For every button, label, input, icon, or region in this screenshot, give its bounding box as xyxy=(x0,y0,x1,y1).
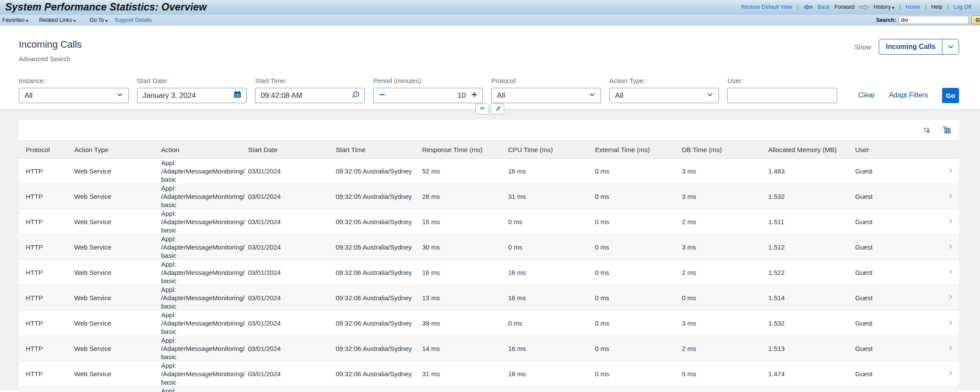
column-header-cpu_time[interactable]: CPU Time (ms) xyxy=(508,141,595,159)
row-chevron-icon[interactable] xyxy=(945,311,959,336)
cell-db_time: 2 ms xyxy=(682,209,768,235)
menu-related-links-label: Related Links xyxy=(39,17,72,23)
column-header-response_time[interactable]: Response Time (ms) xyxy=(422,141,508,159)
row-chevron-icon[interactable] xyxy=(945,184,959,209)
start-date-input[interactable]: January 3, 2024 xyxy=(137,88,247,103)
instance-select[interactable]: All xyxy=(19,88,129,103)
start-time-input[interactable]: 09:42:08 AM xyxy=(255,88,365,103)
period-value[interactable]: 10 xyxy=(457,91,466,100)
cell-start_time: 09:32:06 Australia/Sydney xyxy=(336,285,422,311)
home-link[interactable]: Home xyxy=(906,4,920,10)
pin-filter-bar-button[interactable] xyxy=(491,104,504,114)
action-type-value: All xyxy=(615,91,623,100)
cell-start_date: 03/01/2024 xyxy=(248,235,336,260)
column-header-db_time[interactable]: DB Time (ms) xyxy=(682,141,768,159)
clear-button[interactable]: Clear xyxy=(858,91,875,99)
cell-allocated_memory: 1.514 xyxy=(768,285,855,311)
table-toolbar xyxy=(19,120,959,140)
column-header-action_type[interactable]: Action Type xyxy=(74,141,161,159)
table-row[interactable]: HTTPWeb ServiceAppl: /AdapterMessageMoni… xyxy=(19,387,959,392)
show-select-value[interactable]: Incoming Calls xyxy=(879,39,942,54)
log-off-link[interactable]: Log Off xyxy=(953,4,971,10)
page-title: Incoming Calls xyxy=(19,39,82,50)
clock-icon[interactable] xyxy=(351,90,360,101)
column-header-protocol[interactable]: Protocol xyxy=(26,141,74,159)
back-arrow-icon[interactable] xyxy=(803,4,813,10)
row-chevron-icon[interactable] xyxy=(945,285,959,311)
advanced-search-link[interactable]: Advanced Search xyxy=(19,55,82,62)
table-row[interactable]: HTTPWeb ServiceAppl: /AdapterMessageMoni… xyxy=(19,285,959,311)
protocol-select[interactable]: All xyxy=(491,88,601,103)
forward-arrow-icon[interactable] xyxy=(860,4,869,10)
collapse-filter-bar-button[interactable] xyxy=(475,104,489,114)
restore-default-view-link[interactable]: Restore Default View xyxy=(741,4,792,10)
export-table-icon[interactable] xyxy=(942,125,952,135)
table-row[interactable]: HTTPWeb ServiceAppl: /AdapterMessageMoni… xyxy=(19,184,959,209)
separator: | xyxy=(947,4,949,10)
cell-start_date: 03/01/2024 xyxy=(248,361,336,387)
table-row[interactable]: HTTPWeb ServiceAppl: /AdapterMessageMoni… xyxy=(19,361,959,387)
table-row[interactable]: HTTPWeb ServiceAppl: /AdapterMessageMoni… xyxy=(19,260,959,285)
cell-user: Guest xyxy=(855,285,945,311)
cell-allocated_memory: 1.511 xyxy=(768,209,855,235)
chevron-down-icon[interactable] xyxy=(942,39,959,54)
user-input[interactable] xyxy=(727,88,837,103)
table-row[interactable]: HTTPWeb ServiceAppl: /AdapterMessageMoni… xyxy=(19,159,959,184)
cell-allocated_memory: 1.512 xyxy=(768,235,855,260)
column-header-action[interactable]: Action xyxy=(161,141,248,159)
cell-action_type: Web Service xyxy=(74,159,161,184)
menu-favorites[interactable]: Favorites xyxy=(2,17,28,23)
cell-start_date: 03/01/2024 xyxy=(248,387,336,392)
help-link[interactable]: Help xyxy=(931,4,942,10)
results-card: ProtocolAction TypeActionStart DateStart… xyxy=(19,120,959,392)
column-header-external_time[interactable]: External Time (ms) xyxy=(595,141,682,159)
plus-icon[interactable] xyxy=(471,91,478,100)
cell-external_time: 0 ms xyxy=(595,184,682,209)
table-row[interactable]: HTTPWeb ServiceAppl: /AdapterMessageMoni… xyxy=(19,235,959,260)
results-area: ProtocolAction TypeActionStart DateStart… xyxy=(0,109,980,390)
row-chevron-icon[interactable] xyxy=(945,387,959,392)
cell-user: Guest xyxy=(855,311,945,336)
column-header-navigation xyxy=(945,141,959,159)
search-input[interactable] xyxy=(899,16,969,24)
search-go-button[interactable]: G xyxy=(971,15,980,24)
chevron-down-icon[interactable] xyxy=(588,91,596,101)
history-menu[interactable]: History xyxy=(874,4,895,10)
period-stepper[interactable]: 10 xyxy=(373,88,483,103)
chevron-down-icon[interactable] xyxy=(116,91,124,101)
row-chevron-icon[interactable] xyxy=(945,361,959,387)
sort-icon[interactable] xyxy=(922,125,931,135)
row-chevron-icon[interactable] xyxy=(945,159,959,184)
menu-go-to-label: Go To xyxy=(89,17,104,23)
row-chevron-icon[interactable] xyxy=(945,336,959,361)
table-header: ProtocolAction TypeActionStart DateStart… xyxy=(19,141,959,159)
filter-start-date: Start Date: January 3, 2024 xyxy=(137,77,247,103)
chevron-down-icon[interactable] xyxy=(706,91,714,101)
support-details-link[interactable]: Support Details xyxy=(114,17,151,23)
column-header-start_time[interactable]: Start Time xyxy=(336,141,422,159)
cell-response_time: 52 ms xyxy=(422,159,508,184)
minus-icon[interactable] xyxy=(379,91,385,100)
table-row[interactable]: HTTPWeb ServiceAppl: /AdapterMessageMoni… xyxy=(19,209,959,235)
calendar-icon[interactable] xyxy=(234,90,241,101)
show-select[interactable]: Incoming Calls xyxy=(879,39,959,55)
cell-response_time: 16 ms xyxy=(422,260,508,285)
row-chevron-icon[interactable] xyxy=(945,235,959,260)
go-button[interactable]: Go xyxy=(942,88,959,103)
filter-panel: Incoming Calls Advanced Search Show: Inc… xyxy=(0,26,980,109)
action-type-select[interactable]: All xyxy=(609,88,719,103)
menu-related-links[interactable]: Related Links xyxy=(39,17,76,23)
forward-link[interactable]: Forward xyxy=(835,4,855,10)
row-chevron-icon[interactable] xyxy=(945,260,959,285)
table-row[interactable]: HTTPWeb ServiceAppl: /AdapterMessageMoni… xyxy=(19,311,959,336)
row-chevron-icon[interactable] xyxy=(945,209,959,235)
table-row[interactable]: HTTPWeb ServiceAppl: /AdapterMessageMoni… xyxy=(19,336,959,361)
back-link[interactable]: Back xyxy=(818,4,830,10)
column-header-allocated_memory[interactable]: Allocated Memory (MB) xyxy=(768,141,855,159)
spacer-cell xyxy=(19,311,26,336)
adapt-filters-button[interactable]: Adapt Filters xyxy=(889,91,928,99)
column-header-start_date[interactable]: Start Date xyxy=(248,141,336,159)
cell-start_time: 09:32:05 Australia/Sydney xyxy=(336,184,422,209)
column-header-user[interactable]: User xyxy=(855,141,945,159)
menu-go-to[interactable]: Go To xyxy=(89,17,108,23)
